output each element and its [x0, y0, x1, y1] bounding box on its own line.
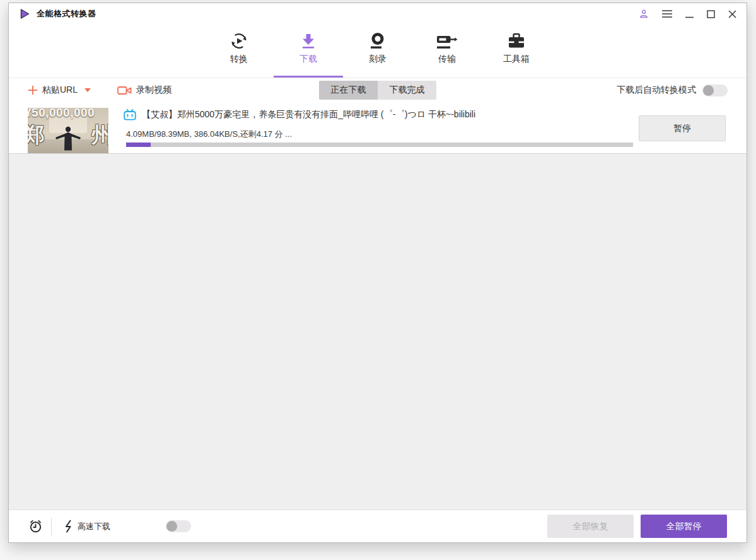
download-status-text: 4.09MB/98.39MB, 386.04KB/S,还剩4.17 分 ... — [126, 129, 292, 140]
resume-all-button[interactable]: 全部恢复 — [547, 515, 634, 538]
download-icon — [299, 30, 318, 52]
toolbox-icon — [506, 30, 526, 52]
high-speed-label: 高速下载 — [78, 521, 110, 532]
record-video-button[interactable]: 录制视频 — [117, 85, 172, 96]
pause-all-button[interactable]: 全部暂停 — [641, 515, 727, 538]
high-speed-toggle[interactable] — [166, 520, 191, 532]
tab-downloading[interactable]: 正在下载 — [319, 81, 378, 100]
tab-burn-label: 刻录 — [369, 54, 387, 65]
download-toolbar: 粘贴URL 录制视频 正在下载 下载完成 下载后自动转换模式 — [9, 78, 747, 102]
auto-convert-label: 下载后自动转换模式 — [617, 85, 696, 96]
paste-url-label: 粘贴URL — [42, 85, 78, 96]
tab-burn[interactable]: 刻录 — [343, 25, 412, 78]
video-thumbnail: ¥50,000,000 郑 州 — [28, 108, 108, 153]
tab-convert-label: 转换 — [230, 54, 248, 65]
chevron-down-icon[interactable] — [84, 88, 91, 92]
tab-toolbox-label: 工具箱 — [503, 54, 530, 65]
bilibili-icon — [124, 109, 136, 120]
burn-icon — [368, 30, 387, 52]
auto-convert-toggle[interactable] — [702, 85, 728, 96]
tab-convert[interactable]: 转换 — [204, 25, 274, 78]
minimize-button[interactable] — [685, 10, 694, 18]
footer-bar: 高速下载 全部恢复 全部暂停 — [9, 510, 747, 542]
progress-bar — [126, 143, 633, 147]
thumbnail-price-text: ¥50,000,000 — [28, 108, 95, 120]
maximize-button[interactable] — [707, 10, 715, 18]
main-nav: 转换 下载 刻录 — [9, 25, 747, 78]
download-item-row[interactable]: ¥50,000,000 郑 州 【艾叔】郑州5000万豪宅里，养条巨贵有没有排面… — [9, 102, 747, 154]
account-icon[interactable] — [639, 9, 649, 19]
convert-icon — [229, 30, 249, 52]
app-title: 全能格式转换器 — [37, 8, 96, 20]
camcorder-icon — [117, 85, 132, 96]
divider — [51, 518, 52, 535]
toggle-knob — [166, 521, 177, 532]
tab-toolbox[interactable]: 工具箱 — [482, 25, 551, 78]
progress-bar-fill — [126, 143, 151, 147]
thumbnail-char-right: 州 — [91, 121, 108, 149]
record-video-label: 录制视频 — [136, 85, 172, 96]
download-list-area — [9, 154, 747, 510]
pause-button[interactable]: 暂停 — [639, 115, 726, 141]
toggle-knob — [703, 85, 714, 96]
menu-icon[interactable] — [662, 10, 672, 18]
thumbnail-char-left: 郑 — [28, 121, 45, 149]
plus-icon — [28, 85, 38, 95]
tab-transfer-label: 传输 — [438, 54, 456, 65]
transfer-icon — [436, 30, 458, 52]
close-button[interactable] — [728, 10, 736, 18]
download-filter-tabs: 正在下载 下载完成 — [319, 81, 436, 100]
schedule-clock-icon[interactable] — [28, 519, 43, 534]
paste-url-button[interactable]: 粘贴URL — [28, 85, 91, 96]
video-title: 【艾叔】郑州5000万豪宅里，养条巨贵有没有排面_哔哩哔哩 (゜-゜)つロ 干杯… — [142, 109, 475, 120]
app-logo-icon — [19, 8, 30, 20]
tab-download-label: 下载 — [299, 54, 317, 65]
person-silhouette — [51, 125, 85, 151]
app-window: 全能格式转换器 — [8, 3, 747, 543]
tab-download-complete[interactable]: 下载完成 — [378, 81, 436, 100]
titlebar: 全能格式转换器 — [9, 3, 747, 25]
tab-transfer[interactable]: 传输 — [412, 25, 482, 78]
tab-download[interactable]: 下载 — [274, 25, 343, 78]
lightning-icon — [64, 520, 73, 533]
